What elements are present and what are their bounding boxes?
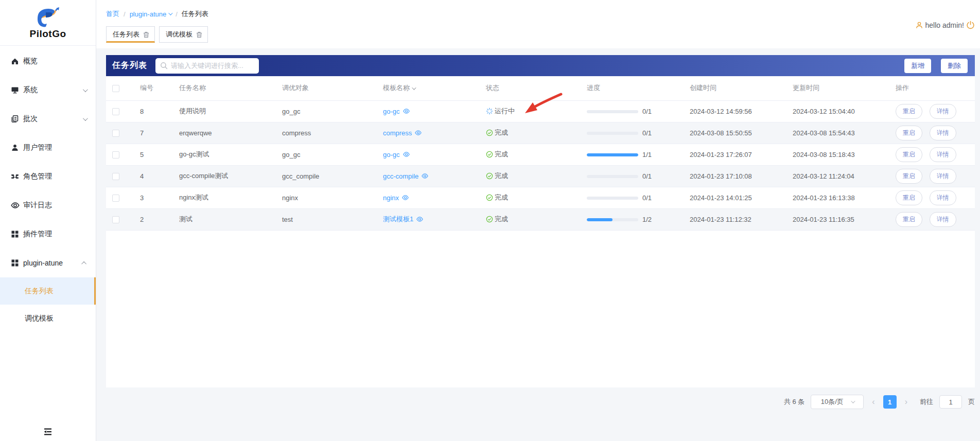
view-eye-icon[interactable] <box>421 172 429 180</box>
goto-page-input[interactable] <box>939 395 962 409</box>
sidebar-subitem-task-list[interactable]: 任务列表 <box>0 277 96 305</box>
search-box <box>155 58 259 74</box>
sidebar-item-batch[interactable]: 批次 <box>0 104 96 133</box>
status-running-icon <box>486 108 493 115</box>
search-input[interactable] <box>155 58 259 74</box>
view-eye-icon[interactable] <box>402 151 410 158</box>
panel-header: 任务列表 新增 删除 <box>106 55 975 76</box>
task-list-panel: 任务列表 新增 删除 <box>106 55 975 387</box>
breadcrumb-home-link[interactable]: 首页 <box>106 9 119 19</box>
updated-time: 2024-01-23 11:16:35 <box>786 208 889 230</box>
view-eye-icon[interactable] <box>401 194 409 201</box>
detail-button[interactable]: 详情 <box>930 126 956 140</box>
sidebar-item-users[interactable]: 用户管理 <box>0 133 96 162</box>
tab-label: 调优模板 <box>166 30 192 39</box>
table-header-row: 编号 任务名称 调优对象 模板名称 状态 进度 创建时间 更新时间 操作 <box>106 76 975 100</box>
restart-button[interactable]: 重启 <box>896 169 922 184</box>
row-checkbox[interactable] <box>112 195 119 202</box>
restart-button[interactable]: 重启 <box>896 212 922 227</box>
row-checkbox[interactable] <box>112 216 119 223</box>
sidebar-item-label: 插件管理 <box>23 230 86 239</box>
created-time: 2024-01-23 17:26:07 <box>684 144 786 165</box>
view-eye-icon[interactable] <box>402 108 410 115</box>
table-row: 7 erqwerqwe compress compress 完成 <box>106 122 975 144</box>
status-done-icon <box>486 151 493 158</box>
table-row: 8 使用说明 go_gc go-gc 运行中 <box>106 100 975 122</box>
progress: 1/2 <box>587 216 652 223</box>
progress-label: 1/1 <box>642 151 652 158</box>
select-all-checkbox[interactable] <box>112 85 119 92</box>
sidebar-item-audit[interactable]: 审计日志 <box>0 191 96 220</box>
detail-button[interactable]: 详情 <box>930 190 956 205</box>
sidebar-item-plugins[interactable]: 插件管理 <box>0 220 96 249</box>
sidebar-item-plugin-atune[interactable]: plugin-atune <box>0 249 96 277</box>
col-template-name[interactable]: 模板名称 <box>377 76 480 100</box>
page-unit-label: 页 <box>968 397 975 407</box>
template-link[interactable]: 测试模板1 <box>383 215 424 224</box>
restart-button[interactable]: 重启 <box>896 126 922 140</box>
greeting-text: hello admin! <box>925 21 965 29</box>
progress: 0/1 <box>587 129 652 137</box>
delete-button[interactable]: 删除 <box>941 59 968 73</box>
progress-track <box>587 110 638 113</box>
progress-label: 0/1 <box>642 194 652 202</box>
detail-button[interactable]: 详情 <box>930 147 956 162</box>
table-row: 3 nginx测试 nginx nginx 完成 <box>106 187 975 208</box>
breadcrumb-plugin-link[interactable]: plugin-atune <box>130 10 172 18</box>
template-link[interactable]: go-gc <box>383 151 410 158</box>
detail-button[interactable]: 详情 <box>930 104 956 119</box>
grid-icon <box>10 230 20 239</box>
power-icon[interactable] <box>966 21 975 29</box>
restart-button[interactable]: 重启 <box>896 147 922 162</box>
task-id: 7 <box>134 122 173 144</box>
add-button[interactable]: 新增 <box>904 59 931 73</box>
sidebar-collapse-button[interactable] <box>0 428 96 436</box>
trash-icon[interactable] <box>143 31 149 38</box>
col-status: 状态 <box>480 76 581 100</box>
sidebar-item-overview[interactable]: 概览 <box>0 47 96 76</box>
restart-button[interactable]: 重启 <box>896 190 922 205</box>
page-size-select[interactable]: 10条/页 <box>811 395 864 409</box>
template-link[interactable]: nginx <box>383 194 409 202</box>
view-eye-icon[interactable] <box>416 216 424 223</box>
table-row: 2 测试 test 测试模板1 完成 <box>106 208 975 230</box>
task-id: 8 <box>134 100 173 122</box>
status-badge: 完成 <box>486 128 508 137</box>
sidebar-item-system[interactable]: 系统 <box>0 76 96 104</box>
status-text: 运行中 <box>495 107 515 116</box>
tuning-object: compress <box>276 122 377 144</box>
trash-icon[interactable] <box>196 31 202 38</box>
row-checkbox[interactable] <box>112 130 119 137</box>
sidebar-item-label: 批次 <box>23 114 83 124</box>
status-text: 完成 <box>495 128 508 137</box>
sidebar-subitem-tuning-template[interactable]: 调优模板 <box>0 305 96 332</box>
page-number-button[interactable]: 1 <box>883 395 897 409</box>
detail-button[interactable]: 详情 <box>930 169 956 184</box>
status-badge: 完成 <box>486 193 508 202</box>
template-link[interactable]: gcc-compile <box>383 172 429 180</box>
next-page-button[interactable]: › <box>903 397 909 407</box>
col-progress: 进度 <box>581 76 684 100</box>
monitor-icon <box>10 85 20 95</box>
template-link[interactable]: compress <box>383 129 422 137</box>
sidebar-item-label: 角色管理 <box>23 172 86 181</box>
prev-page-button[interactable]: ‹ <box>870 397 877 407</box>
row-checkbox[interactable] <box>112 173 119 180</box>
tab-tuning-template[interactable]: 调优模板 <box>159 26 208 43</box>
sidebar-item-roles[interactable]: 角色管理 <box>0 162 96 191</box>
restart-button[interactable]: 重启 <box>896 104 922 119</box>
tabs-row: 任务列表 调优模板 <box>106 26 980 43</box>
row-checkbox[interactable] <box>112 108 119 115</box>
tab-task-list[interactable]: 任务列表 <box>106 26 155 43</box>
template-link[interactable]: go-gc <box>383 108 410 115</box>
task-table-body: 8 使用说明 go_gc go-gc 运行中 <box>106 100 975 230</box>
row-checkbox[interactable] <box>112 151 119 158</box>
task-name: go-gc测试 <box>173 144 276 165</box>
pilotgo-logo-icon <box>34 6 61 28</box>
sidebar-menu: 概览 系统 批次 用户管理 <box>0 46 96 332</box>
batch-icon <box>10 114 20 124</box>
created-time: 2024-01-23 11:12:32 <box>684 208 786 230</box>
tuning-object: test <box>276 208 377 230</box>
detail-button[interactable]: 详情 <box>930 212 956 227</box>
view-eye-icon[interactable] <box>414 129 422 136</box>
